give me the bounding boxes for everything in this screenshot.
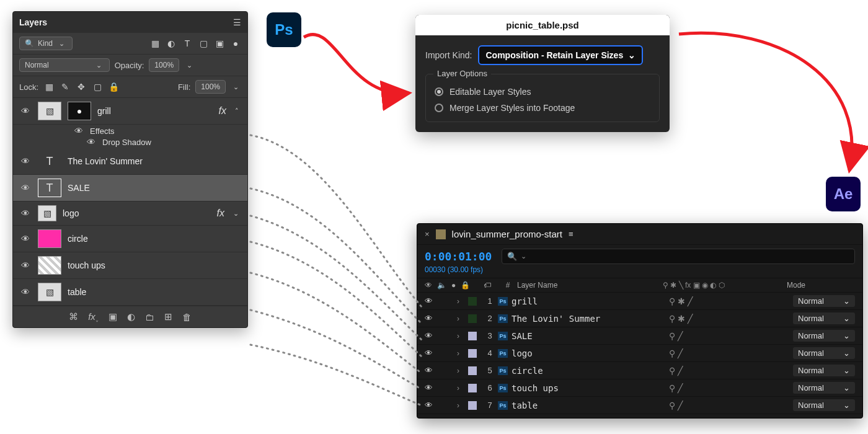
- panel-menu-icon[interactable]: ≡: [569, 229, 574, 239]
- fx-badge[interactable]: fx: [217, 208, 224, 219]
- fill-input[interactable]: 100%: [195, 80, 226, 94]
- filter-smart-icon[interactable]: ▣: [214, 38, 225, 49]
- ae-layer-row[interactable]: 👁›1Psgrill⚲ ✱ ╱Normal⌄: [417, 293, 862, 310]
- visibility-icon[interactable]: 👁: [425, 366, 438, 375]
- blend-mode-select[interactable]: Normal⌄: [793, 312, 855, 324]
- visibility-icon[interactable]: 👁: [19, 260, 32, 270]
- ae-layer-row[interactable]: 👁›7Pstable⚲ ╱Normal⌄: [417, 397, 862, 414]
- lock-header-icon[interactable]: 🔒: [461, 281, 470, 290]
- import-kind-select[interactable]: Composition - Retain Layer Sizes ⌄: [478, 45, 643, 65]
- ae-layer-row[interactable]: 👁›3PsSALE⚲ ╱Normal⌄: [417, 327, 862, 345]
- add-mask-icon[interactable]: ▣: [108, 311, 117, 322]
- option-merge-styles[interactable]: Merge Layer Styles into Footage: [435, 103, 650, 113]
- visibility-icon[interactable]: 👁: [425, 331, 438, 340]
- layer-row-table[interactable]: 👁 ▧ table: [13, 279, 247, 306]
- opacity-input[interactable]: 100%: [149, 58, 179, 72]
- blend-mode-select[interactable]: Normal⌄: [793, 382, 855, 394]
- layer-switches[interactable]: ⚲ ╱: [669, 366, 793, 376]
- kind-filter[interactable]: 🔍Kind⌄: [19, 37, 73, 50]
- layer-label-color[interactable]: [468, 349, 477, 358]
- lock-brush-icon[interactable]: ✎: [60, 81, 71, 92]
- twirl-icon[interactable]: ›: [457, 332, 468, 340]
- chevron-down-icon[interactable]: ⌄: [231, 83, 241, 91]
- blend-mode-select[interactable]: Normal⌄: [793, 330, 855, 342]
- twirl-icon[interactable]: ›: [457, 297, 468, 306]
- chevron-down-icon[interactable]: ⌄: [231, 210, 241, 218]
- layer-switches[interactable]: ⚲ ╱: [669, 331, 793, 341]
- layer-switches[interactable]: ⚲ ╱: [669, 348, 793, 358]
- blend-mode-select[interactable]: Normal⌄: [793, 295, 855, 307]
- layer-effect-dropshadow[interactable]: 👁Drop Shadow: [13, 137, 247, 147]
- layer-label-color[interactable]: [468, 314, 477, 323]
- lock-artboard-icon[interactable]: ▢: [92, 81, 103, 92]
- filter-shape-icon[interactable]: ▢: [198, 38, 209, 49]
- chevron-down-icon[interactable]: ⌄: [184, 61, 195, 69]
- blend-mode-select[interactable]: Normal ⌄: [19, 58, 110, 72]
- option-editable-styles[interactable]: Editable Layer Styles: [435, 87, 650, 97]
- visibility-icon[interactable]: 👁: [73, 126, 85, 136]
- eye-header-icon[interactable]: 👁: [425, 281, 432, 290]
- ae-layer-row[interactable]: 👁›4Pslogo⚲ ╱Normal⌄: [417, 345, 862, 362]
- layer-label-color[interactable]: [468, 332, 477, 340]
- visibility-icon[interactable]: 👁: [85, 137, 97, 147]
- blend-mode-select[interactable]: Normal⌄: [793, 399, 855, 411]
- layer-row-text-summer[interactable]: 👁 T The Lovin' Summer: [13, 148, 247, 175]
- lock-move-icon[interactable]: ✥: [76, 81, 87, 92]
- chevron-up-icon[interactable]: ˄: [232, 107, 241, 115]
- close-tab-icon[interactable]: ×: [425, 229, 430, 239]
- ae-layer-row[interactable]: 👁›2PsThe Lovin' Summer⚲ ✱ ╱Normal⌄: [417, 310, 862, 327]
- layer-effects-row[interactable]: 👁Effects: [13, 126, 247, 136]
- blend-mode-select[interactable]: Normal⌄: [793, 365, 855, 376]
- layer-search[interactable]: 🔍⌄: [502, 249, 855, 264]
- twirl-icon[interactable]: ›: [457, 314, 468, 323]
- lock-pixels-icon[interactable]: ▦: [43, 81, 55, 92]
- layer-switches[interactable]: ⚲ ✱ ╱: [669, 314, 793, 324]
- delete-layer-icon[interactable]: 🗑: [182, 312, 192, 322]
- comp-name[interactable]: lovin_summer_promo-start: [452, 229, 562, 239]
- layer-label-color[interactable]: [468, 401, 477, 410]
- current-time[interactable]: 0:00:01:00: [425, 250, 492, 263]
- visibility-icon[interactable]: 👁: [425, 314, 438, 323]
- visibility-icon[interactable]: 👁: [19, 183, 32, 193]
- add-group-icon[interactable]: 🗀: [145, 312, 154, 322]
- solo-header-icon[interactable]: ●: [451, 281, 456, 290]
- twirl-icon[interactable]: ›: [457, 366, 468, 375]
- layer-switches[interactable]: ⚲ ╱: [669, 383, 793, 393]
- visibility-icon[interactable]: 👁: [19, 156, 32, 166]
- visibility-icon[interactable]: 👁: [425, 383, 438, 392]
- visibility-icon[interactable]: 👁: [19, 208, 32, 218]
- layer-row-grill[interactable]: 👁 ▧ ● grill fx ˄: [13, 98, 247, 125]
- add-adjustment-icon[interactable]: ◐: [127, 311, 135, 322]
- layer-row-logo[interactable]: 👁 ▧ logo fx ⌄: [13, 202, 247, 226]
- visibility-icon[interactable]: 👁: [425, 348, 438, 358]
- filter-toggle-icon[interactable]: ●: [230, 38, 241, 49]
- layer-label-color[interactable]: [468, 366, 477, 375]
- layer-switches[interactable]: ⚲ ╱: [669, 401, 793, 410]
- visibility-icon[interactable]: 👁: [425, 296, 438, 306]
- visibility-icon[interactable]: 👁: [425, 401, 438, 410]
- twirl-icon[interactable]: ›: [457, 349, 468, 358]
- audio-header-icon[interactable]: 🔈: [437, 281, 446, 290]
- layers-tab[interactable]: Layers: [19, 17, 47, 27]
- filter-text-icon[interactable]: T: [182, 38, 193, 49]
- panel-menu-icon[interactable]: ☰: [233, 17, 241, 27]
- visibility-icon[interactable]: 👁: [19, 287, 32, 297]
- twirl-icon[interactable]: ›: [457, 384, 468, 392]
- new-layer-icon[interactable]: ⊞: [164, 311, 172, 322]
- link-layers-icon[interactable]: ⌘: [69, 311, 78, 322]
- layer-switches[interactable]: ⚲ ✱ ╱: [669, 296, 793, 306]
- layer-label-color[interactable]: [468, 297, 477, 306]
- layer-row-touchups[interactable]: 👁 touch ups: [13, 252, 247, 279]
- visibility-icon[interactable]: 👁: [19, 234, 32, 244]
- lock-all-icon[interactable]: 🔒: [108, 81, 119, 92]
- label-header-icon[interactable]: 🏷: [484, 281, 498, 290]
- layer-label-color[interactable]: [468, 384, 477, 392]
- add-fx-icon[interactable]: fx˯: [88, 311, 99, 322]
- fx-badge[interactable]: fx: [219, 105, 226, 117]
- visibility-icon[interactable]: 👁: [19, 106, 32, 116]
- layer-row-circle[interactable]: 👁 circle: [13, 226, 247, 252]
- ae-layer-row[interactable]: 👁›6Pstouch ups⚲ ╱Normal⌄: [417, 379, 862, 397]
- ae-layer-row[interactable]: 👁›5Pscircle⚲ ╱Normal⌄: [417, 362, 862, 379]
- layer-row-sale[interactable]: 👁 T SALE: [13, 175, 247, 202]
- filter-adjustment-icon[interactable]: ◐: [166, 38, 177, 49]
